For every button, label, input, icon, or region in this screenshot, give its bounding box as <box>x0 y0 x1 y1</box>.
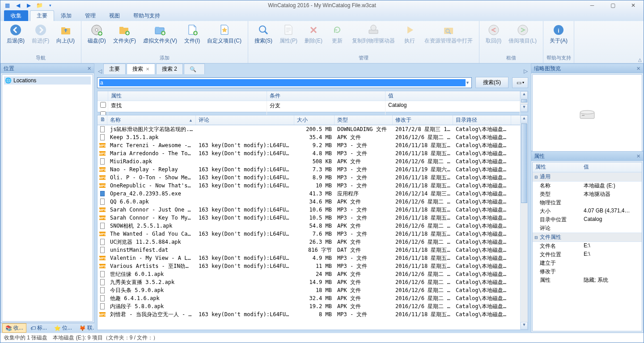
execute-button[interactable]: 执行 <box>398 22 421 45</box>
ribbon-tab[interactable]: 视图 <box>102 10 127 21</box>
qat-back-icon[interactable]: ◀ <box>14 1 22 9</box>
table-row[interactable]: MP3The Wanted - Glad You Came - …163 key… <box>97 230 520 238</box>
col-type[interactable]: 类型 <box>335 115 393 125</box>
table-row[interactable]: 他趣 6.4.1.6.apk32.4 MBAPK 文件2016/12/6 星期二… <box>97 294 520 302</box>
doc-tab[interactable]: 搜索✕ <box>127 64 155 74</box>
table-row[interactable]: SNOW相机 2.5.5.1.apk54.8 MBAPK 文件2016/12/6… <box>97 222 520 230</box>
col-modified[interactable]: 修改于 <box>393 115 453 125</box>
criteria-scrollbar[interactable]: ▲ ▼ <box>520 91 528 112</box>
open-explorer-button[interactable]: 在资源管理器中打开 <box>421 22 476 45</box>
ribbon-tab[interactable]: 主要 <box>30 10 54 21</box>
view-mode-button[interactable]: ▭ ▾ <box>512 77 528 88</box>
scroll-up-icon[interactable]: ▲ <box>521 91 528 99</box>
table-row[interactable]: 世纪佳缘 6.0.1.apk24 MBAPK 文件2016/12/6 星期二 9… <box>97 270 520 278</box>
tab-nav-right-icon[interactable]: ▷ <box>522 68 529 74</box>
search-button[interactable]: 搜索(S) <box>251 22 276 45</box>
table-row[interactable]: MP3Sarah Connor - Key To My Soul…163 key… <box>97 214 520 222</box>
criteria-checkbox[interactable] <box>100 102 106 108</box>
panel-close-icon[interactable]: ✕ <box>636 66 640 72</box>
table-row[interactable]: js鼠标滑动图片文字若隐若现的...200.5 MBDOWNLOADING 文件… <box>97 125 520 133</box>
criteria-grid[interactable]: 属性 条件 值 查找 分支 Catalog <box>97 91 528 112</box>
ribbon-collapse-icon[interactable]: △ <box>638 57 642 62</box>
add-disk-button[interactable]: 磁盘(D) <box>84 22 110 45</box>
doc-tab[interactable]: 搜索 2 <box>156 64 183 74</box>
search-input-wrapper[interactable]: ▼ <box>97 77 472 88</box>
properties-grid[interactable]: 属性 值 ⊟通用名称本地磁盘 (E:)类型本地驱动器物理位置大小4.07 GB … <box>532 162 642 331</box>
col-icon[interactable]: 🗎 <box>97 115 107 125</box>
add-custom-button[interactable]: 自定义项目(C) <box>203 22 245 45</box>
criteria-header-cond[interactable]: 条件 <box>267 91 386 101</box>
criteria-header-attr[interactable]: 属性 <box>108 91 267 101</box>
criteria-header-value[interactable]: 值 <box>386 91 520 101</box>
table-row[interactable]: MP3Nao - Replay - Replay163 key(Don't mo… <box>97 165 520 174</box>
results-grid[interactable]: 🗎 名称▲ 评论 大小 类型 修改于 目录路径 js鼠标滑动图片文字若隐若现的.… <box>97 115 528 330</box>
do-search-button[interactable]: 搜索(S) <box>475 77 508 88</box>
scroll-thumb[interactable] <box>521 123 527 203</box>
prop-row[interactable]: 大小4.07 GB (4,371,4… <box>533 207 642 216</box>
ribbon-tab[interactable]: 添加 <box>54 10 78 21</box>
maximize-button[interactable]: ▢ <box>602 0 623 10</box>
prop-row[interactable]: 修改于 <box>533 267 642 276</box>
prop-group-header[interactable]: ⊟通用 <box>533 172 642 182</box>
dropdown-icon[interactable]: ▼ <box>466 80 470 85</box>
props-col-key[interactable]: 属性 <box>533 162 581 172</box>
minimize-button[interactable]: ─ <box>582 0 602 10</box>
table-row[interactable]: MP3Oli. P - O-Ton - Show Me Love163 key(… <box>97 174 520 182</box>
search-input[interactable] <box>99 79 466 86</box>
tab-close-icon[interactable]: ✕ <box>146 67 149 72</box>
qat-forward-icon[interactable]: ▶ <box>25 1 33 9</box>
prop-row[interactable]: 文件名E:\ <box>533 242 642 250</box>
add-folder-button[interactable]: 文件夹(F) <box>110 22 140 45</box>
prop-row[interactable]: 类型本地驱动器 <box>533 190 642 199</box>
table-row[interactable]: Opera_42.0.2393.85.exe41.3 MB应用程序2016/12… <box>97 190 520 198</box>
col-comment[interactable]: 评论 <box>196 115 294 125</box>
copy-physical-button[interactable]: 复制到物理驱动器 <box>348 22 398 45</box>
scroll-up-icon[interactable]: ▲ <box>521 115 528 123</box>
close-button[interactable]: ✕ <box>623 0 644 10</box>
scroll-down-icon[interactable]: ▼ <box>521 322 528 330</box>
ribbon-tab[interactable]: 收集 <box>4 10 28 21</box>
prop-row[interactable]: 属性隐藏; 系统 <box>533 276 642 284</box>
table-row[interactable]: MiuiRadio.apk508 KBAPK 文件2016/12/6 星期二 9… <box>97 157 520 165</box>
qat-dropdown-icon[interactable]: ▾ <box>46 1 54 9</box>
about-button[interactable]: i关于(A) <box>546 22 571 45</box>
add-vfolder-button[interactable]: 虚拟文件夹(V) <box>140 22 181 45</box>
table-row[interactable]: UC浏览器 11.2.5.884.apk26.3 MBAPK 文件2016/12… <box>97 238 520 246</box>
ribbon-tab[interactable]: 帮助与支持 <box>127 10 167 21</box>
table-row[interactable]: MP3Marc Terenzi - Awesome - Love…163 key… <box>97 141 520 149</box>
taskbar-button[interactable]: 🏷标... <box>27 323 50 333</box>
table-row[interactable]: 今日头条 5.9.0.apk18 MBAPK 文件2016/12/6 星期二 9… <box>97 286 520 294</box>
ribbon-tab[interactable]: 管理 <box>78 10 102 21</box>
prop-row[interactable]: 文件位置E:\ <box>533 250 642 259</box>
qat-folder-icon[interactable]: 📁 <box>35 1 43 9</box>
prop-row[interactable]: 名称本地磁盘 (E:) <box>533 182 642 190</box>
grid-scrollbar[interactable]: ▲ ▼ <box>520 115 528 330</box>
table-row[interactable]: MP3OneRepublic - Now That's What…163 key… <box>97 182 520 190</box>
table-row[interactable]: Keep 3.15.1.apk35.4 MBAPK 文件2016/12/6 星期… <box>97 133 520 141</box>
delete-button[interactable]: 删除(E) <box>301 22 326 45</box>
table-row[interactable]: MP3Maria Arredondo - The Touch -…163 key… <box>97 149 520 157</box>
col-path[interactable]: 目录路径 <box>453 115 511 125</box>
scroll-thumb[interactable] <box>521 99 527 102</box>
prop-row[interactable]: 物理位置 <box>533 199 642 207</box>
prop-row[interactable]: 建立于 <box>533 259 642 267</box>
prop-row[interactable]: 目录中位置Catalog <box>533 216 642 224</box>
table-row[interactable]: QQ 6.6.0.apk34.6 MBAPK 文件2016/12/6 星期二 9… <box>97 198 520 206</box>
panel-close-icon[interactable]: ✕ <box>87 66 91 72</box>
doc-tab[interactable]: 🔍 <box>184 64 205 74</box>
tab-nav-left-icon[interactable]: ◁ <box>96 68 103 74</box>
tree-root[interactable]: 🌐 Locations <box>4 76 91 85</box>
lend-button[interactable]: 借阅项目(L) <box>505 22 540 45</box>
back-button[interactable]: 后退(B) <box>3 22 28 45</box>
prop-group-header[interactable]: ⊟文件属性 <box>533 233 642 242</box>
panel-close-icon[interactable]: ✕ <box>636 153 640 159</box>
col-name[interactable]: 名称▲ <box>107 115 196 125</box>
retrieve-button[interactable]: 取回(I) <box>482 22 505 45</box>
taskbar-button[interactable]: ⭐位... <box>51 323 75 333</box>
props-col-value[interactable]: 值 <box>581 162 592 172</box>
table-row[interactable]: 内涵段子 5.8.0.apk19.2 MBAPK 文件2016/12/6 星期二… <box>97 302 520 310</box>
table-row[interactable]: MP3Sarah Connor - Just One Last …163 key… <box>97 206 520 214</box>
table-row[interactable]: 九秀美女直播 3.5.2.apk14.9 MBAPK 文件2016/12/6 星… <box>97 278 520 286</box>
taskbar-button[interactable]: 📚收... <box>2 323 26 333</box>
prop-row[interactable]: 评论 <box>533 224 642 233</box>
